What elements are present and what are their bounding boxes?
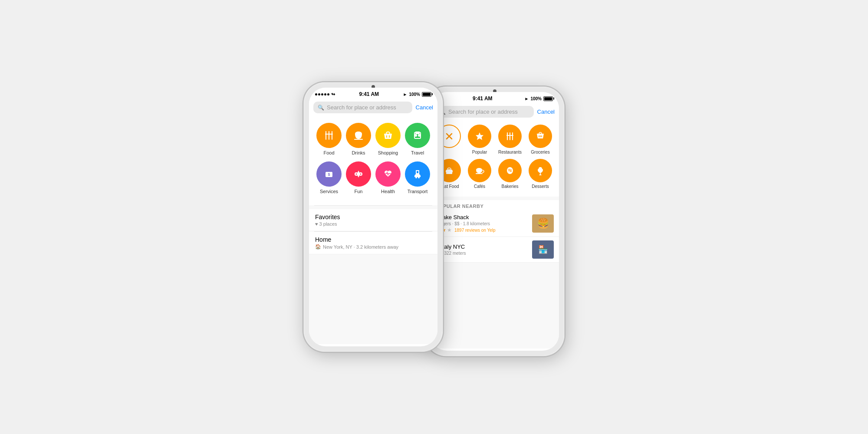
cat-shopping-label: Shopping <box>378 150 398 155</box>
eataly-name: Eataly NYC <box>436 243 529 250</box>
cat2-cafes-label: Cafés <box>474 184 485 189</box>
cat2-popular[interactable]: Popular <box>465 125 494 155</box>
svg-rect-37 <box>446 171 453 172</box>
cat-shopping[interactable]: Shopping <box>375 123 401 155</box>
cat-food[interactable]: Food <box>316 123 342 155</box>
search-input-2[interactable]: 🔍 Search for place or address <box>435 106 534 118</box>
content-1: Food Drinks <box>309 116 437 344</box>
list-section-1: Favorites ♥ 3 places Home 🏠 New York, NY… <box>309 209 437 254</box>
cat2-row-2: Fast Food <box>433 159 556 189</box>
svg-rect-33 <box>506 135 513 136</box>
favorites-item[interactable]: Favorites ♥ 3 places <box>309 209 437 231</box>
cat-travel[interactable]: Travel <box>404 123 431 155</box>
cat2-popular-label: Popular <box>472 150 487 155</box>
wifi-icon: ↬ <box>331 92 335 97</box>
svg-rect-5 <box>354 139 363 140</box>
svg-rect-0 <box>326 131 326 140</box>
divider-1 <box>314 205 432 206</box>
svg-rect-11 <box>415 132 420 134</box>
cat-fun[interactable]: Fun <box>345 161 372 194</box>
cat-services[interactable]: $ Services <box>316 161 342 194</box>
svg-marker-29 <box>476 132 483 140</box>
shake-shack-stars: ★ ★ ★ 1897 reviews on Yelp <box>436 227 529 233</box>
phone-2-screen: ↬ 9:41 AM ► 100% 🔍 Search for place or a… <box>431 92 559 351</box>
cat-transport[interactable]: Transport <box>404 161 431 194</box>
cancel-button-1[interactable]: Cancel <box>416 104 433 111</box>
svg-point-16 <box>356 174 357 175</box>
nearby-eataly[interactable]: Eataly NYC $$ · 322 meters 🏪 <box>431 237 559 263</box>
categories-grid-2: Popular <box>431 120 559 197</box>
cat-shopping-icon <box>375 123 401 148</box>
cat2-desserts[interactable]: Desserts <box>526 159 555 189</box>
svg-rect-22 <box>417 171 418 173</box>
cat2-popular-icon <box>468 125 491 148</box>
svg-rect-30 <box>507 132 508 140</box>
eataly-img: 🏪 <box>532 240 554 259</box>
cat-transport-label: Transport <box>408 189 428 194</box>
cat-transport-icon <box>405 161 430 187</box>
battery-bar-1 <box>422 92 431 97</box>
svg-point-42 <box>539 174 542 175</box>
svg-marker-20 <box>358 176 359 178</box>
shake-shack-img: 🍔 <box>532 214 554 233</box>
status-bar-2: ↬ 9:41 AM ► 100% <box>431 92 559 103</box>
svg-text:$: $ <box>328 172 330 177</box>
cancel-button-2[interactable]: Cancel <box>537 108 555 115</box>
search-placeholder-1: Search for place or address <box>327 104 396 111</box>
status-bar-1: ↬ 9:41 AM ► 100% <box>309 88 437 99</box>
cat2-row-1: Popular <box>433 125 556 155</box>
svg-marker-19 <box>358 171 359 172</box>
phone-1: ↬ 9:41 AM ► 100% 🔍 Search for place or a… <box>304 82 443 352</box>
search-bar-1[interactable]: 🔍 Search for place or address Cancel <box>309 99 437 116</box>
svg-rect-3 <box>325 134 333 135</box>
cat2-bakeries-icon <box>498 159 522 182</box>
cat2-bakeries[interactable]: Bakeries <box>496 159 524 189</box>
cat-fun-icon <box>346 161 371 187</box>
cat2-groceries[interactable]: Groceries <box>526 125 555 155</box>
svg-rect-18 <box>358 172 359 176</box>
cat-health[interactable]: Health <box>375 161 401 194</box>
cat-services-label: Services <box>320 189 338 194</box>
phone-1-screen: ↬ 9:41 AM ► 100% 🔍 Search for place or a… <box>309 88 437 346</box>
svg-rect-26 <box>414 175 421 177</box>
status-right-2: ► 100% <box>525 96 553 101</box>
cat2-groceries-label: Groceries <box>531 150 549 155</box>
battery-bar-2 <box>543 96 553 101</box>
shake-shack-details: Burgers · $$ · 1.8 kilometers <box>436 221 529 226</box>
favorites-sub: ♥ 3 places <box>315 221 431 227</box>
status-left: ↬ <box>315 92 335 97</box>
cat-travel-icon <box>405 123 430 148</box>
battery-pct-2: 100% <box>530 96 542 101</box>
search-bar-2[interactable]: 🔍 Search for place or address Cancel <box>431 103 559 120</box>
cat2-cafes-icon <box>468 159 491 182</box>
location-icon: ► <box>403 92 408 97</box>
status-right-1: ► 100% <box>403 92 431 97</box>
svg-rect-32 <box>512 132 513 140</box>
cat2-restaurants[interactable]: Restaurants <box>496 125 524 155</box>
cat-travel-label: Travel <box>411 150 424 155</box>
home-sub: 🏠 New York, NY · 3.2 kilometers away <box>315 244 431 250</box>
svg-point-17 <box>360 174 362 175</box>
home-item[interactable]: Home 🏠 New York, NY · 3.2 kilometers awa… <box>309 232 437 254</box>
cat-row-1: Food Drinks <box>314 123 432 155</box>
phone-2: ↬ 9:41 AM ► 100% 🔍 Search for place or a… <box>425 87 564 356</box>
cat-drinks-icon <box>346 123 371 148</box>
shake-shack-reviews: 1897 reviews on Yelp <box>454 228 496 233</box>
svg-rect-31 <box>510 132 510 140</box>
home-title: Home <box>315 236 431 243</box>
home-icon: 🏠 <box>315 244 321 250</box>
svg-rect-40 <box>476 173 483 174</box>
cat2-restaurants-icon <box>498 125 522 148</box>
svg-rect-2 <box>332 131 332 140</box>
search-icon-1: 🔍 <box>318 105 324 111</box>
battery-pct-1: 100% <box>409 92 420 97</box>
cat2-cafes[interactable]: Cafés <box>465 159 494 189</box>
status-time-2: 9:41 AM <box>473 95 493 102</box>
cat2-desserts-label: Desserts <box>532 184 549 189</box>
svg-rect-38 <box>446 172 452 174</box>
svg-rect-1 <box>329 131 329 140</box>
cat-services-icon: $ <box>316 161 342 187</box>
cat-drinks[interactable]: Drinks <box>345 123 372 155</box>
nearby-shake-shack[interactable]: Shake Shack Burgers · $$ · 1.8 kilometer… <box>431 210 559 237</box>
search-input-1[interactable]: 🔍 Search for place or address <box>313 102 412 113</box>
